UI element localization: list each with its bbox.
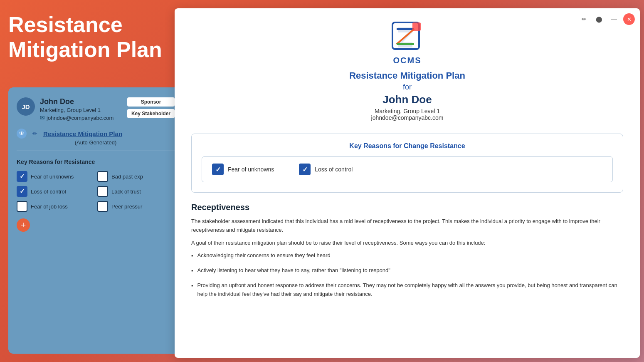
user-meta: Marketing, Group Level 1: [40, 107, 122, 113]
section-label: Key Reasons for Resistance: [17, 159, 175, 165]
print-icon[interactable]: —: [608, 13, 620, 25]
add-button[interactable]: +: [17, 218, 30, 232]
reasons-inner-box: ✓ Fear of unknowns ✓ Loss of control: [202, 156, 613, 182]
checkbox-grid: Fear of unknowns Bad past exp Loss of co…: [17, 171, 175, 212]
receptiveness-heading: Receptiveness: [191, 203, 623, 212]
reason-checkbox-loss-control: ✓: [299, 164, 311, 175]
close-icon[interactable]: ✕: [623, 13, 635, 25]
user-info: John Doe Marketing, Group Level 1 ✉ john…: [40, 97, 122, 121]
checkbox-item-lack-trust: Lack of trust: [97, 186, 175, 197]
badge-key-stakeholder: Key Stakeholder: [127, 109, 175, 118]
receptiveness-bullets: Acknowledging their concerns to ensure t…: [191, 251, 623, 298]
reason-label-loss-control: Loss of control: [315, 166, 353, 173]
checkbox-loss-control[interactable]: [17, 186, 27, 197]
badges-container: Sponsor Key Stakeholder: [127, 97, 175, 118]
svg-rect-5: [412, 22, 421, 31]
ocms-text: OCMS: [391, 56, 424, 65]
receptiveness-para1: The stakeholder assessment indicated tha…: [191, 217, 623, 235]
checkbox-label-bad-past: Bad past exp: [111, 174, 143, 180]
checkbox-label-peer-pressure: Peer pressur: [111, 203, 142, 210]
reasons-title: Key Reasons for Change Resistance: [202, 142, 613, 150]
doc-dept: Marketing, Group Level 1: [191, 108, 623, 114]
share-icon[interactable]: ⬤: [593, 13, 605, 25]
user-header: JD John Doe Marketing, Group Level 1 ✉ j…: [17, 97, 175, 121]
right-panel: ✏ ⬤ — ✕ OCMS Resistance Mitigation Plan …: [175, 8, 640, 358]
reason-item-loss-control: ✓ Loss of control: [299, 164, 353, 175]
user-name: John Doe: [40, 97, 122, 106]
checkbox-item-fear-unknowns: Fear of unknowns: [17, 171, 94, 182]
checkbox-item-loss-control: Loss of control: [17, 186, 94, 197]
rmp-title-link[interactable]: Resistance Mitigation Plan: [43, 130, 122, 137]
rmp-section: 👁 ✏ Resistance Mitigation Plan (Auto Gen…: [17, 129, 175, 151]
edit-icon[interactable]: ✏: [578, 13, 590, 25]
doc-email: johndoe@companyabc.com: [191, 114, 623, 121]
email-row: ✉ johndoe@companyabc.com: [40, 114, 122, 121]
checkbox-item-bad-past: Bad past exp: [97, 171, 175, 182]
bullet-item-3: Providing an upfront and honest response…: [191, 281, 623, 299]
checkbox-bad-past[interactable]: [97, 171, 108, 182]
email-icon: ✉: [40, 114, 45, 121]
ocms-logo-svg: [391, 21, 424, 54]
receptiveness-para2: A goal of their resistance mitigation pl…: [191, 239, 623, 248]
checkbox-peer-pressure[interactable]: [97, 201, 108, 212]
avatar: JD: [17, 97, 35, 116]
edit-rmp-button[interactable]: ✏: [30, 129, 40, 139]
bullet-item-1: Acknowledging their concerns to ensure t…: [191, 251, 623, 260]
user-email: johndoe@companyabc.com: [47, 115, 114, 121]
rmp-subtitle: (Auto Generated): [17, 139, 175, 146]
checkbox-fear-unknowns[interactable]: [17, 171, 27, 182]
view-rmp-button[interactable]: 👁: [17, 129, 27, 139]
reason-checkbox-fear-unknowns: ✓: [212, 164, 224, 175]
checkbox-label-fear-job-loss: Fear of job loss: [31, 203, 68, 210]
doc-person-name: John Doe: [191, 93, 623, 106]
reason-item-fear-unknowns: ✓ Fear of unknowns: [212, 164, 274, 175]
bullet-item-2: Actively listening to hear what they hav…: [191, 266, 623, 275]
reason-label-fear-unknowns: Fear of unknowns: [228, 166, 274, 173]
badge-sponsor: Sponsor: [127, 97, 175, 107]
checkbox-lack-trust[interactable]: [97, 186, 108, 197]
checkbox-label-lack-trust: Lack of trust: [111, 188, 141, 195]
checkbox-label-loss-control: Loss of control: [31, 188, 66, 195]
doc-title: Resistance Mitigation Plan: [191, 70, 623, 81]
reasons-box: Key Reasons for Change Resistance ✓ Fear…: [191, 134, 623, 193]
ocms-logo: OCMS: [391, 21, 424, 65]
checkbox-item-fear-job-loss: Fear of job loss: [17, 201, 94, 212]
doc-header: OCMS Resistance Mitigation Plan for John…: [191, 21, 623, 121]
rmp-title-row: 👁 ✏ Resistance Mitigation Plan: [17, 129, 175, 139]
checkbox-label-fear-unknowns: Fear of unknowns: [31, 174, 74, 180]
doc-toolbar: ✏ ⬤ — ✕: [578, 13, 635, 25]
page-background-title: Resistance Mitigation Plan: [8, 12, 162, 62]
left-panel: JD John Doe Marketing, Group Level 1 ✉ j…: [8, 87, 183, 354]
checkbox-fear-job-loss[interactable]: [17, 201, 27, 212]
checkbox-item-peer-pressure: Peer pressur: [97, 201, 175, 212]
doc-for: for: [191, 83, 623, 92]
